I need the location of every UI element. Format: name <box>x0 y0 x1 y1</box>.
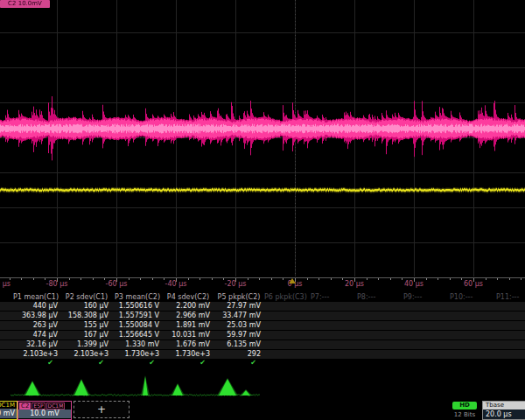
time-axis-tick <box>402 278 402 280</box>
measurement-value: 59.97 mV <box>214 331 261 340</box>
time-axis-tick <box>318 278 319 280</box>
time-axis-tick <box>342 278 343 280</box>
time-axis-tick <box>283 278 284 280</box>
time-axis-tick <box>33 278 34 280</box>
time-axis-tick <box>378 278 379 280</box>
measurement-value: 474 µV <box>10 331 58 340</box>
time-axis-label: -100 µs <box>0 280 10 288</box>
measurement-header[interactable]: P4 sdev(C2) <box>163 292 214 302</box>
c1-coupling-label: DC1M <box>0 402 17 409</box>
measurement-status-check-icon: ✔ <box>61 359 104 367</box>
time-axis-tick <box>200 278 200 280</box>
measurement-value: 2.200 mV <box>163 302 210 311</box>
measurement-value: 32.16 µV <box>10 340 58 349</box>
measurement-status-check-icon: ✔ <box>214 359 256 367</box>
channel-c2-descriptor[interactable]: C2 ESP DC1M 10.0 mV <box>18 401 72 420</box>
time-axis-tick <box>140 278 141 280</box>
hd-mode-badge[interactable]: HD <box>452 402 477 410</box>
time-axis-label: 40 µs <box>404 280 424 288</box>
time-axis-tick <box>426 278 427 280</box>
channel-c1-descriptor[interactable]: DC1M 0 mV <box>0 401 18 420</box>
measurement-value: 1.730e+3 <box>163 350 210 359</box>
time-axis-tick <box>271 278 272 280</box>
measurement-header-unused[interactable]: P9:--- <box>403 292 449 302</box>
time-axis-tick <box>307 278 308 280</box>
time-axis-tick <box>497 278 498 280</box>
measurement-value: 2.103e+3 <box>61 350 108 359</box>
measurement-table: P1 mean(C1)P2 sdev(C1)P3 mean(C2)P4 sdev… <box>0 292 525 368</box>
time-axis-tick <box>438 278 438 280</box>
bottom-bar: DC1M 0 mV C2 ESP DC1M 10.0 mV + HD 12 Bi… <box>0 401 525 420</box>
trigger-time-marker[interactable] <box>289 278 296 284</box>
measurement-value: 167 µV <box>61 331 108 340</box>
measurement-row: 440 µV160 µV1.550616 V2.200 mV27.97 mV <box>0 302 525 311</box>
measurement-row: 263 µV155 µV1.550084 V1.891 mV25.03 mV <box>0 321 525 330</box>
c2-scale-value: 10.0 mV <box>18 410 71 418</box>
measurement-value: 1.330 mV <box>112 340 159 349</box>
timebase-label: Tbase <box>483 402 525 410</box>
measurement-value: 2.966 mV <box>163 312 210 320</box>
measurement-value: 1.556645 V <box>112 331 159 340</box>
time-axis-tick <box>450 278 451 280</box>
measurement-row: 363.98 µV158.308 µV1.557591 V2.966 mV33.… <box>0 312 525 320</box>
timebase-value: 20.0 µs <box>483 410 525 419</box>
measurement-row: 474 µV167 µV1.556645 V10.031 mV59.97 mV <box>0 331 525 340</box>
measurement-row: 32.16 µV1.399 µV1.330 mV1.676 mV6.135 mV <box>0 340 525 349</box>
time-axis-label: -20 µs <box>225 280 247 288</box>
c2-trace-badge[interactable]: C2 10.0mV <box>0 0 50 8</box>
time-axis-tick <box>461 278 462 280</box>
measurement-value: 440 µV <box>10 302 58 311</box>
measurement-value: 2.103e+3 <box>10 350 58 359</box>
measurement-header[interactable]: P1 mean(C1) <box>10 292 61 302</box>
time-axis-label: -60 µs <box>106 280 128 288</box>
measurement-value: 1.550084 V <box>112 321 159 330</box>
time-axis-tick <box>259 278 260 280</box>
measurement-header-unused[interactable]: P11:--- <box>496 292 525 302</box>
time-axis-tick <box>152 278 153 280</box>
waveform-grid[interactable]: C2 10.0mV <box>0 0 525 276</box>
measurement-header-unused[interactable]: P10:--- <box>450 292 495 302</box>
add-trace-button[interactable]: + <box>74 401 130 418</box>
measurement-status-check-icon: ✔ <box>10 359 53 367</box>
measurement-header-unused[interactable]: P6 pkpk(C3) <box>264 292 310 302</box>
time-axis-tick <box>367 278 368 280</box>
measurement-value: 27.97 mV <box>214 302 261 311</box>
time-axis-label: -40 µs <box>165 280 187 288</box>
time-axis: -100 µs-80 µs-60 µs-40 µs-20 µs0 µs20 µs… <box>0 276 525 292</box>
time-axis-tick <box>248 278 248 280</box>
time-axis-tick <box>212 278 213 280</box>
hd-bits-label: 12 Bits <box>449 411 480 418</box>
time-axis-tick <box>331 278 332 280</box>
time-axis-tick <box>390 278 391 280</box>
time-axis-tick <box>93 278 94 280</box>
c2-coupling-tag: DC1M <box>46 402 66 410</box>
waveform-canvas[interactable] <box>0 0 525 276</box>
measurement-header[interactable]: P3 mean(C2) <box>112 292 163 302</box>
measurement-header-row: P1 mean(C1)P2 sdev(C1)P3 mean(C2)P4 sdev… <box>0 292 525 302</box>
time-axis-tick <box>80 278 81 280</box>
measurement-header-unused[interactable]: P7:--- <box>311 292 356 302</box>
time-axis-tick <box>129 278 130 280</box>
measurement-value: 363.98 µV <box>10 312 58 320</box>
measurement-value: 1.676 mV <box>163 340 210 349</box>
c1-scale-value: 0 mV <box>0 409 17 418</box>
time-axis-tick <box>188 278 189 280</box>
measurement-header[interactable]: P2 sdev(C1) <box>61 292 112 302</box>
c2-channel-badge: C2 <box>19 402 31 410</box>
measurement-value: 1.399 µV <box>61 340 108 349</box>
timebase-descriptor[interactable]: Tbase 20.0 µs <box>482 401 525 420</box>
time-axis-line <box>0 277 525 278</box>
time-axis-label: -80 µs <box>46 280 68 288</box>
measurement-header-unused[interactable]: P8:--- <box>357 292 402 302</box>
measurement-value: 1.550616 V <box>112 302 159 311</box>
measurement-header[interactable]: P5 pkpk(C2) <box>214 292 264 302</box>
oscilloscope-screen: C2 10.0mV -100 µs-80 µs-60 µs-40 µs-20 µ… <box>0 0 525 420</box>
measurement-value: 155 µV <box>61 321 108 330</box>
time-axis-tick <box>521 278 522 280</box>
time-axis-tick <box>21 278 22 280</box>
math-trace-canvas[interactable] <box>0 371 525 401</box>
c2-esp-tag: ESP <box>32 402 45 410</box>
time-axis-label: 60 µs <box>464 280 483 288</box>
time-axis-label: 20 µs <box>345 280 364 288</box>
measurement-status-row: ✔✔✔✔✔ <box>0 360 525 368</box>
